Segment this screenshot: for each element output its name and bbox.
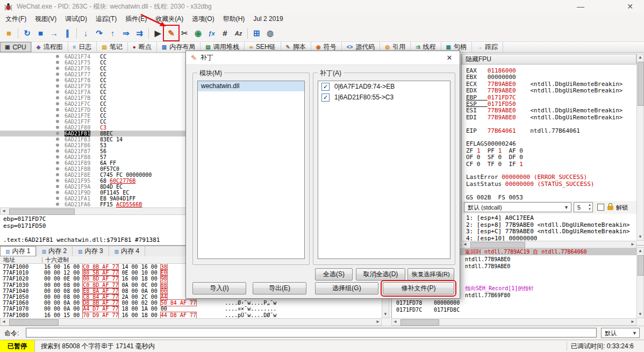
scroll-right-arrow-icon[interactable]: ► — [631, 319, 635, 325]
calling-convention-dropdown[interactable]: 默认 (stdcall) ▼ — [464, 202, 571, 212]
scroll-left-arrow-icon[interactable]: ◄ — [2, 208, 6, 214]
windows-icon[interactable]: ⊞ — [250, 26, 263, 40]
breakpoint-dot[interactable] — [56, 114, 59, 117]
scroll-down-arrow-icon[interactable]: ▼ — [638, 234, 642, 240]
dump-row[interactable]: 77AF107000 00 0A 00 A4 D7 AF 77 18 00 1A… — [0, 306, 382, 312]
patch-list-item[interactable]: ✓1|6AD21F80:55->C3 — [318, 92, 450, 103]
close-button[interactable]: ✕ — [620, 2, 640, 11]
dump-h-scrollbar[interactable]: ◄► — [0, 318, 382, 326]
skip-icon[interactable]: ⇉ — [133, 26, 146, 40]
tab-log[interactable]: ≡日志 — [68, 42, 97, 52]
scroll-up-arrow-icon[interactable]: ▲ — [638, 54, 642, 61]
register-row[interactable]: GS 002B FS 0053 — [466, 195, 523, 201]
scroll-up-arrow-icon[interactable]: ▲ — [638, 248, 642, 254]
export-button[interactable]: 导出(E) — [253, 282, 306, 294]
dump-row[interactable]: 77AF106000 00 0A 00 D8 8B AF 77 00 00 02… — [0, 300, 382, 306]
register-row[interactable]: LastError 00000000 (ERROR_SUCCESS) — [466, 174, 587, 181]
register-row[interactable]: OF 0 SF 0 DF 0 — [466, 154, 523, 161]
minimize-button[interactable]: — — [571, 2, 590, 11]
hash-icon[interactable]: # — [218, 26, 232, 40]
register-row[interactable]: EIP 77B64061 ntdll.77B64061 — [466, 128, 580, 134]
step-over-icon[interactable]: ↷ — [92, 26, 106, 40]
breakpoint-dot[interactable] — [56, 149, 59, 153]
register-row[interactable]: LastStatus 00000000 (STATUS_SUCCESS) — [466, 181, 594, 188]
register-row[interactable]: EBP 0171FD7C — [466, 95, 530, 101]
breakpoint-dot[interactable] — [56, 138, 59, 141]
patch-list-item[interactable]: ✓0|6A7F1AD9:74->EB — [318, 81, 450, 92]
register-row[interactable]: EAX 01186000 — [466, 68, 530, 74]
breakpoint-dot[interactable] — [56, 73, 59, 76]
mem-tab-3[interactable]: ▥内存 3 — [73, 246, 109, 256]
breakpoint-dot[interactable] — [56, 126, 59, 129]
fx-icon[interactable]: ƒx — [205, 26, 218, 40]
open-file-icon[interactable]: ■ — [2, 26, 16, 40]
breakpoint-dot[interactable] — [56, 143, 59, 147]
mem-tab-2[interactable]: ▥内存 2 — [37, 246, 73, 256]
registers-pane[interactable]: 隐藏FPU EAX 01186000 EBX 00000000 ECX 77B9… — [461, 54, 636, 201]
scrollbar-thumb[interactable] — [9, 209, 75, 215]
register-row[interactable]: ESI 77B9ABE0 <ntdll.DbgUiRemoteBreakin> — [466, 107, 622, 114]
register-row[interactable]: EBX 00000000 — [466, 74, 530, 81]
menu-item-view[interactable]: 视图(V) — [31, 13, 61, 25]
memory-map-icon[interactable]: ◉ — [191, 26, 205, 40]
breakpoint-dot[interactable] — [56, 96, 59, 99]
register-row[interactable]: ESP 0171FD50 — [466, 101, 530, 107]
breakpoint-dot[interactable] — [56, 173, 59, 176]
breakpoint-dot[interactable] — [56, 167, 59, 170]
tab-graph[interactable]: ◆流程图 — [32, 42, 68, 52]
register-row[interactable]: EFLAGS00000246 — [466, 141, 530, 147]
breakpoint-dot[interactable] — [56, 132, 59, 135]
scrollbar-thumb[interactable] — [9, 319, 59, 326]
run-icon[interactable]: → — [47, 26, 61, 40]
tab-notes[interactable]: ▤笔记 — [97, 42, 127, 52]
scroll-down-arrow-icon[interactable]: ▼ — [638, 311, 642, 318]
scrollbar-thumb[interactable] — [638, 255, 644, 276]
menu-item-help[interactable]: 帮助(H) — [219, 13, 249, 25]
dump-row[interactable]: 77AF108016 00 15 00 70 D9 AF 77 16 00 18… — [0, 312, 382, 318]
settings-icon[interactable]: ◍ — [263, 26, 277, 40]
breakpoint-dot[interactable] — [56, 197, 59, 200]
register-row[interactable]: ZF 1 PF 1 AF 0 — [466, 148, 523, 154]
breakpoint-dot[interactable] — [56, 203, 59, 206]
argument-count-stepper[interactable]: 5 ▲▼ — [574, 202, 593, 212]
menu-item-favourites[interactable]: 收藏夹(A) — [151, 13, 188, 25]
dialog-close-icon[interactable]: ✕ — [439, 51, 460, 65]
menu-item-build-date[interactable]: Jul 2 2019 — [249, 13, 287, 24]
breakpoint-dot[interactable] — [56, 90, 59, 94]
command-profile-dropdown[interactable]: 默认 ▼ — [601, 328, 640, 338]
scroll-left-arrow-icon[interactable]: ◄ — [393, 319, 397, 325]
menu-item-file[interactable]: 文件(F) — [1, 13, 31, 25]
az-icon[interactable]: Az — [232, 26, 245, 40]
breakpoint-dot[interactable] — [56, 55, 59, 58]
register-row[interactable]: EDX 77B9ABE0 <ntdll.DbgUiRemoteBreakin> — [466, 88, 622, 94]
register-row[interactable]: CF 0 TF 0 IF 1 — [466, 161, 523, 168]
stack-row[interactable]: 0171FD7C0171FD8C — [392, 306, 636, 313]
import-button[interactable]: 导入(I) — [192, 282, 246, 294]
menu-item-plugins[interactable]: 插件(E) — [121, 13, 151, 25]
breakpoint-dot[interactable] — [56, 102, 59, 105]
patch-icon[interactable]: ✎ — [164, 26, 178, 40]
menu-item-trace[interactable]: 追踪(T) — [91, 13, 121, 25]
pick-groups-button[interactable]: 选择组(G) — [315, 282, 378, 294]
scroll-left-arrow-icon[interactable]: ◄ — [463, 241, 467, 248]
menu-item-debug[interactable]: 调试(D) — [61, 13, 91, 25]
tab-breakpoints[interactable]: ●断点 — [128, 42, 157, 52]
breakpoint-dot[interactable] — [56, 84, 59, 88]
patch-checkbox[interactable]: ✓ — [321, 83, 330, 91]
command-input[interactable] — [26, 328, 597, 337]
scrollbar-thumb[interactable] — [638, 62, 644, 106]
step-out-icon[interactable]: ↑ — [106, 26, 119, 40]
scrollbar-thumb[interactable] — [400, 319, 439, 326]
register-row[interactable]: EDI 77B9ABE0 <ntdll.DbgUiRemoteBreakin> — [466, 114, 622, 121]
snippets-icon[interactable]: ✂ — [178, 26, 191, 40]
tab-cpu[interactable]: ▣CPU — [0, 42, 32, 52]
animate-icon[interactable]: ▶ — [151, 26, 164, 40]
stop-icon[interactable]: ■ — [34, 26, 47, 40]
tab-trace[interactable]: →跟踪 — [472, 42, 503, 52]
breakpoint-dot[interactable] — [56, 61, 59, 64]
stepper-arrows-icon[interactable]: ▲▼ — [588, 203, 591, 211]
scroll-right-arrow-icon[interactable]: ► — [631, 241, 635, 248]
hide-fpu-button[interactable]: 隐藏FPU — [462, 54, 636, 64]
breakpoint-dot[interactable] — [56, 120, 59, 123]
breakpoint-dot[interactable] — [56, 67, 59, 70]
